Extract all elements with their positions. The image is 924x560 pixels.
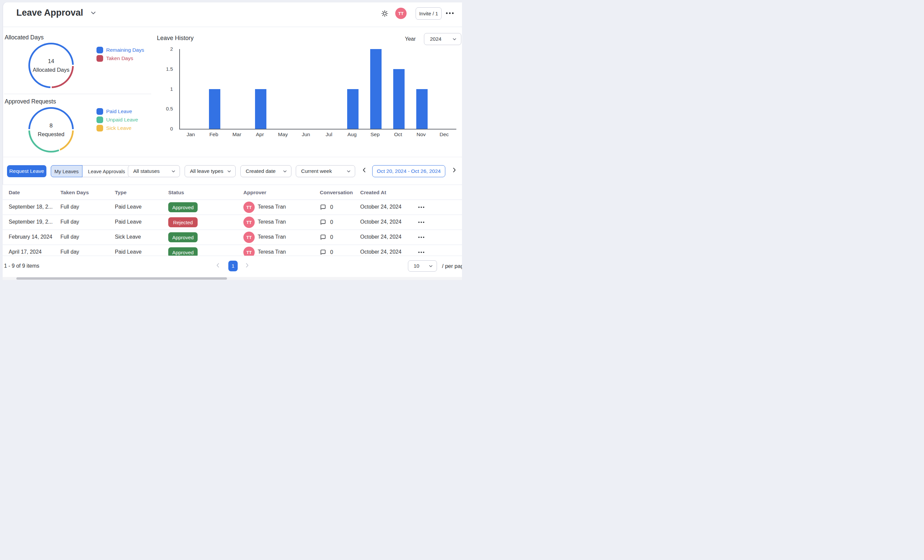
bar-slot-jan xyxy=(180,49,203,129)
cell-taken-days: Full day xyxy=(60,234,79,240)
cell-created-at: October 24, 2024 xyxy=(360,234,402,240)
table-header: Date Taken Days Type Status Approver Con… xyxy=(3,184,462,200)
x-tick-label: Feb xyxy=(202,132,225,138)
cell-type: Paid Leave xyxy=(115,204,141,210)
table-row[interactable]: September 19, 2...Full dayPaid LeaveReje… xyxy=(3,214,462,230)
year-value: 2024 xyxy=(430,36,441,42)
allocated-days-label: Allocated Days xyxy=(33,67,69,73)
allocated-days-title: Allocated Days xyxy=(4,34,44,41)
cell-approver-name: Teresa Tran xyxy=(258,234,286,240)
allocated-days-donut-chart: 14 Allocated Days xyxy=(28,43,74,88)
legend-item: Sick Leave xyxy=(96,125,138,132)
row-actions-ellipsis-icon[interactable] xyxy=(418,222,424,223)
table-row[interactable]: April 17, 2024Full dayPaid LeaveApproved… xyxy=(3,245,462,256)
conversation-cell[interactable]: 0 xyxy=(320,219,333,225)
next-week-chevron-icon[interactable] xyxy=(453,168,456,172)
cell-created-at: October 24, 2024 xyxy=(360,219,402,225)
leave-types-dropdown[interactable]: All leave types xyxy=(184,165,236,177)
pagination-page-1[interactable]: 1 xyxy=(228,261,238,271)
legend-swatch xyxy=(96,117,103,123)
y-axis-ticks: 00.511.52 xyxy=(160,49,176,129)
cell-created-at: October 24, 2024 xyxy=(360,204,402,210)
table-row[interactable]: September 18, 2...Full dayPaid LeaveAppr… xyxy=(3,199,462,214)
conversation-count: 0 xyxy=(330,204,333,210)
bar-slot-apr xyxy=(249,49,272,129)
tab-my-leaves[interactable]: My Leaves xyxy=(51,165,82,177)
board-menu-ellipsis-icon[interactable] xyxy=(446,12,454,14)
legend-item: Taken Days xyxy=(96,55,144,62)
horizontal-scrollbar-thumb[interactable] xyxy=(16,277,227,280)
bar-slot-sep xyxy=(364,49,387,129)
cell-taken-days: Full day xyxy=(60,204,79,210)
cell-date: February 14, 2024 xyxy=(9,234,52,240)
bar-sep xyxy=(370,49,381,129)
bar-slot-jul xyxy=(318,49,341,129)
period-dropdown[interactable]: Current week xyxy=(296,165,355,177)
leave-history-title: Leave History xyxy=(157,35,194,42)
row-actions-ellipsis-icon[interactable] xyxy=(418,252,424,253)
conversation-count: 0 xyxy=(330,249,333,255)
per-page-value: 10 xyxy=(414,263,419,269)
speech-bubble-icon xyxy=(320,234,326,240)
pagination-previous-chevron-icon[interactable] xyxy=(216,263,219,268)
bar-slot-jun xyxy=(295,49,318,129)
x-tick-label: Aug xyxy=(340,132,363,138)
conversation-count: 0 xyxy=(330,234,333,240)
x-tick-label: Nov xyxy=(410,132,433,138)
bar-oct xyxy=(393,69,405,129)
settings-gear-icon[interactable] xyxy=(381,10,388,17)
column-header-type: Type xyxy=(115,190,126,196)
cell-date: April 17, 2024 xyxy=(9,249,42,255)
user-avatar[interactable]: TT xyxy=(395,7,406,19)
donut-center: 14 Allocated Days xyxy=(30,44,72,87)
speech-bubble-icon xyxy=(320,219,326,225)
bar-slot-may xyxy=(272,49,295,129)
widget-divider xyxy=(4,94,151,94)
year-select[interactable]: 2024 xyxy=(424,33,461,45)
approved-requests-value: 8 xyxy=(50,123,52,129)
leave-types-dropdown-value: All leave types xyxy=(190,168,224,174)
conversation-cell[interactable]: 0 xyxy=(320,234,333,240)
previous-week-chevron-icon[interactable] xyxy=(363,168,366,172)
row-actions-ellipsis-icon[interactable] xyxy=(418,207,424,208)
date-range-button[interactable]: Oct 20, 2024 - Oct 26, 2024 xyxy=(372,165,445,177)
column-header-date: Date xyxy=(9,190,20,196)
legend-label: Taken Days xyxy=(106,55,133,61)
cell-approver-name: Teresa Tran xyxy=(258,219,286,225)
legend-item: Unpaid Leave xyxy=(96,117,138,123)
allocated-days-value: 14 xyxy=(48,58,54,65)
x-tick-label: Jul xyxy=(318,132,340,138)
legend-item: Paid Leave xyxy=(96,108,138,115)
conversation-count: 0 xyxy=(330,219,333,225)
conversation-cell[interactable]: 0 xyxy=(320,249,333,255)
per-page-select[interactable]: 10 xyxy=(408,260,437,272)
bar-slot-dec xyxy=(433,49,456,129)
period-dropdown-value: Current week xyxy=(301,168,332,174)
approved-requests-legend: Paid LeaveUnpaid LeaveSick Leave xyxy=(96,108,138,132)
column-header-created-at: Created At xyxy=(360,190,386,196)
request-leave-button[interactable]: Request Leave xyxy=(7,165,46,177)
table-row[interactable]: February 14, 2024Full daySick LeaveAppro… xyxy=(3,230,462,245)
chevron-down-icon xyxy=(283,170,287,172)
legend-swatch xyxy=(96,125,103,132)
tab-leave-approvals[interactable]: Leave Approvals xyxy=(82,166,131,177)
cell-approver-name: Teresa Tran xyxy=(258,249,286,255)
legend-label: Sick Leave xyxy=(106,125,132,131)
created-date-dropdown[interactable]: Created date xyxy=(240,165,291,177)
allocated-days-legend: Remaining DaysTaken Days xyxy=(96,47,144,62)
statuses-dropdown[interactable]: All statuses xyxy=(128,165,180,177)
speech-bubble-icon xyxy=(320,204,326,210)
y-tick-label: 2 xyxy=(160,46,173,52)
column-header-conversation: Conversation xyxy=(320,190,353,196)
pagination-next-chevron-icon[interactable] xyxy=(246,263,249,268)
legend-swatch xyxy=(96,47,103,53)
conversation-cell[interactable]: 0 xyxy=(320,204,333,210)
approved-requests-label: Requested xyxy=(38,131,64,138)
row-actions-ellipsis-icon[interactable] xyxy=(418,237,424,238)
title-chevron-down-icon[interactable] xyxy=(91,11,96,15)
section-divider xyxy=(3,157,462,157)
legend-label: Paid Leave xyxy=(106,108,132,114)
invite-button[interactable]: Invite / 1 xyxy=(416,7,442,20)
cell-approver-name: Teresa Tran xyxy=(258,204,286,210)
x-tick-label: Sep xyxy=(363,132,387,138)
